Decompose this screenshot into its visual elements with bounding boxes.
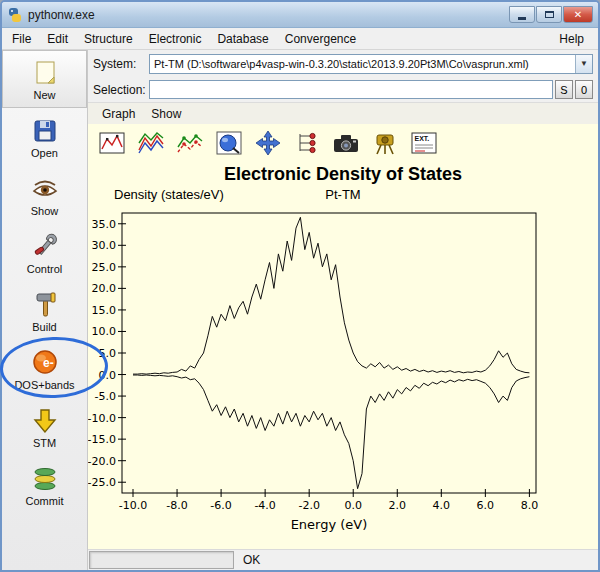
system-value: Pt-TM (D:\software\p4vasp-win-0.3.20\sta…	[150, 58, 575, 70]
svg-text:-20.0: -20.0	[88, 455, 116, 468]
dos-curve-spin-up	[133, 217, 529, 374]
sidebar-item-stm[interactable]: STM	[2, 398, 87, 456]
sidebar-item-show[interactable]: Show	[2, 166, 87, 224]
sidebar-item-build[interactable]: Build	[2, 282, 87, 340]
menu-graph[interactable]: Graph	[96, 105, 141, 123]
svg-text:4.0: 4.0	[433, 499, 451, 512]
svg-text:10.0: 10.0	[92, 325, 117, 338]
menu-show[interactable]: Show	[145, 105, 187, 123]
status-progress	[89, 551, 234, 569]
structure-view-button[interactable]	[215, 130, 243, 156]
svg-text:25.0: 25.0	[92, 261, 117, 274]
ext-export-button[interactable]: EXT.	[410, 130, 438, 156]
plot-title: Electronic Density of States	[88, 164, 598, 185]
export-image-button[interactable]	[371, 130, 399, 156]
app-icon	[7, 7, 23, 23]
tree-button[interactable]	[293, 130, 321, 156]
menubar: File Edit Structure Electronic Database …	[2, 28, 598, 50]
sidebar-item-commit[interactable]: Commit	[2, 456, 87, 514]
hammer-icon	[30, 290, 60, 320]
svg-text:35.0: 35.0	[92, 218, 117, 231]
svg-text:-10.0: -10.0	[119, 499, 147, 512]
dos-plot-button[interactable]	[98, 130, 126, 156]
selection-input[interactable]	[149, 80, 553, 99]
sidebar-item-dos-bands[interactable]: e- DOS+bands	[2, 340, 87, 398]
dos-curve-spin-down	[133, 375, 529, 489]
svg-text:-10.0: -10.0	[88, 412, 116, 425]
sidebar-item-label: Control	[27, 264, 62, 275]
svg-text:EXT.: EXT.	[415, 135, 430, 142]
tripod-camera-icon	[372, 131, 398, 155]
sidebar-item-control[interactable]: Control	[2, 224, 87, 282]
database-icon	[30, 464, 60, 494]
svg-text:5.0: 5.0	[99, 347, 117, 360]
menu-database[interactable]: Database	[209, 30, 276, 48]
system-label: System:	[93, 57, 149, 71]
multi-lines-icon	[138, 131, 164, 155]
main-panel: System: Pt-TM (D:\software\p4vasp-win-0.…	[88, 50, 598, 570]
svg-text:8.0: 8.0	[521, 499, 539, 512]
svg-text:20.0: 20.0	[92, 282, 117, 295]
system-row: System: Pt-TM (D:\software\p4vasp-win-0.…	[88, 50, 598, 77]
svg-text:-4.0: -4.0	[254, 499, 275, 512]
minimize-button[interactable]	[509, 6, 535, 23]
navigate-button[interactable]	[254, 130, 282, 156]
statusbar: OK	[88, 549, 598, 570]
selection-row: Selection: S 0	[88, 77, 598, 103]
structure-tree-icon	[294, 131, 320, 155]
minimize-icon	[518, 17, 526, 20]
sidebar-item-label: New	[33, 90, 55, 101]
markers-plot-button[interactable]	[176, 130, 204, 156]
sidebar-item-label: Show	[31, 206, 59, 217]
plot-subtitle: Pt-TM	[88, 187, 598, 202]
markers-plot-icon	[177, 131, 203, 155]
titlebar[interactable]: pythonw.exe ✕	[2, 2, 598, 28]
svg-text:e-: e-	[43, 356, 54, 370]
sidebar-item-label: DOS+bands	[14, 380, 74, 391]
dos-chart[interactable]: -10.0-8.0-6.0-4.0-2.00.02.04.06.08.0-25.…	[88, 205, 598, 535]
dos-plot-icon	[99, 131, 125, 155]
plot-panel: Electronic Density of States Density (st…	[88, 162, 598, 549]
menu-structure[interactable]: Structure	[76, 30, 141, 48]
sidebar: New Open Show	[2, 50, 88, 570]
open-disk-icon	[30, 116, 60, 146]
menu-convergence[interactable]: Convergence	[277, 30, 364, 48]
svg-text:15.0: 15.0	[92, 304, 117, 317]
svg-text:2.0: 2.0	[389, 499, 407, 512]
svg-text:Energy (eV): Energy (eV)	[291, 517, 368, 532]
sidebar-item-label: Build	[32, 322, 56, 333]
app-window: pythonw.exe ✕ File Edit Structure Electr…	[0, 0, 600, 572]
menu-edit[interactable]: Edit	[39, 30, 76, 48]
svg-text:-6.0: -6.0	[210, 499, 231, 512]
close-button[interactable]: ✕	[563, 6, 593, 23]
selection-0-button[interactable]: 0	[575, 80, 593, 99]
selection-s-button[interactable]: S	[555, 80, 573, 99]
multi-plot-button[interactable]	[137, 130, 165, 156]
camera-icon	[332, 131, 360, 155]
sidebar-item-open[interactable]: Open	[2, 108, 87, 166]
svg-text:-2.0: -2.0	[298, 499, 319, 512]
dropdown-arrow-icon[interactable]: ▼	[575, 55, 592, 73]
system-combobox[interactable]: Pt-TM (D:\software\p4vasp-win-0.3.20\sta…	[149, 54, 593, 74]
svg-text:6.0: 6.0	[477, 499, 495, 512]
down-arrow-icon	[30, 406, 60, 436]
window-title: pythonw.exe	[28, 8, 509, 22]
maximize-button[interactable]	[536, 6, 562, 23]
menu-help[interactable]: Help	[551, 30, 592, 48]
svg-text:-8.0: -8.0	[166, 499, 187, 512]
sidebar-item-new[interactable]: New	[2, 50, 87, 108]
sidebar-item-label: STM	[33, 438, 56, 449]
menu-electronic[interactable]: Electronic	[141, 30, 210, 48]
svg-text:30.0: 30.0	[92, 239, 117, 252]
graph-menubar: Graph Show	[88, 103, 598, 124]
svg-text:-25.0: -25.0	[88, 476, 116, 489]
graph-toolbar: EXT.	[88, 124, 598, 162]
camera-button[interactable]	[332, 130, 360, 156]
sphere-view-icon	[216, 131, 242, 155]
menu-file[interactable]: File	[4, 30, 39, 48]
selection-label: Selection:	[93, 83, 149, 97]
sidebar-item-label: Open	[31, 148, 58, 159]
four-way-arrow-icon	[255, 131, 281, 155]
plot-sub-row: Density (states/eV) Pt-TM	[88, 185, 598, 205]
svg-text:-15.0: -15.0	[88, 433, 116, 446]
